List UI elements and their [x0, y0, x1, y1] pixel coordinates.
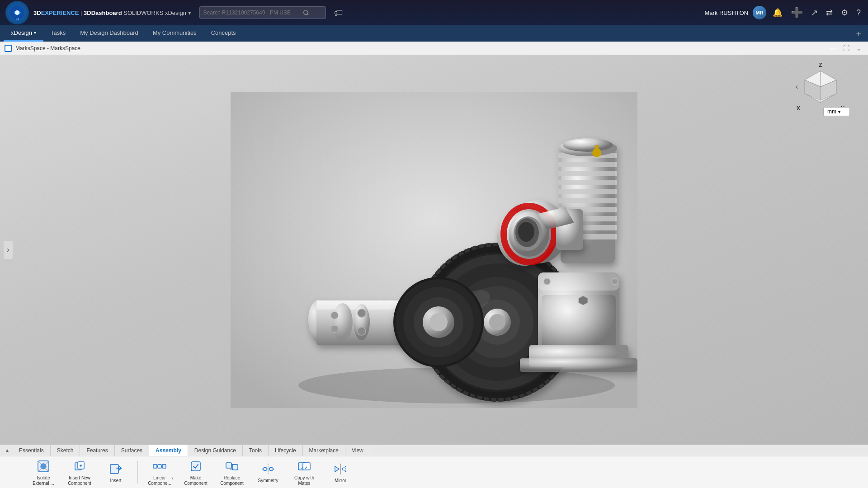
- linear-component-icon: [151, 458, 168, 474]
- svg-point-16: [358, 327, 366, 335]
- tool-label-insert-new-component: Insert New Component: [64, 475, 95, 486]
- svg-point-37: [544, 278, 550, 285]
- svg-point-33: [429, 313, 448, 331]
- svg-point-77: [41, 464, 46, 469]
- view-nav-left[interactable]: ‹: [796, 83, 798, 91]
- insert-icon: [108, 461, 124, 477]
- nav-item-my-communities[interactable]: My Communities: [146, 25, 204, 42]
- toolbar-tab-sketch[interactable]: Sketch: [51, 445, 80, 456]
- search-bar[interactable]: [199, 6, 326, 19]
- window-icon: [5, 45, 12, 52]
- tool-label-copy-with-mates: Copy with Mates: [289, 475, 320, 486]
- unit-value: mm: [827, 108, 836, 115]
- axis-x-label: X: [797, 105, 800, 112]
- orientation-cube-svg: [802, 69, 839, 105]
- svg-point-38: [612, 278, 618, 285]
- nav-item-my-design-dashboard[interactable]: My Design Dashboard: [73, 25, 146, 42]
- tool-replace-component[interactable]: Replace Component: [216, 456, 248, 488]
- bottom-toolbar: ▲ EssentialsSketchFeaturesSurfacesAssemb…: [0, 445, 868, 488]
- tool-insert-new-component[interactable]: Insert New Component: [63, 456, 96, 488]
- toolbar-tab-surfaces[interactable]: Surfaces: [115, 445, 149, 456]
- svg-rect-4: [5, 46, 11, 51]
- svg-text:x4: x4: [16, 18, 19, 20]
- toolbar-items: Isolate External ... Insert New Componen…: [0, 456, 868, 488]
- svg-point-56: [563, 138, 613, 152]
- svg-rect-89: [162, 465, 166, 468]
- toolbar-divider: [137, 461, 138, 483]
- svg-rect-92: [191, 462, 200, 471]
- xdesign-dropdown-arrow: ▾: [34, 30, 36, 35]
- user-avatar[interactable]: MR: [753, 6, 766, 19]
- make-component-icon: [188, 458, 204, 474]
- add-icon[interactable]: ➕: [789, 5, 805, 20]
- tool-copy-with-mates[interactable]: Copy with Mates: [288, 456, 321, 488]
- user-name: Mark RUSHTON: [704, 9, 748, 16]
- notifications-icon[interactable]: 🔔: [771, 6, 784, 19]
- nav-item-tasks[interactable]: Tasks: [43, 25, 73, 42]
- svg-rect-97: [303, 463, 310, 470]
- maximize-button[interactable]: ⛶: [842, 44, 851, 53]
- tool-linear-component[interactable]: Linear Compone...: [143, 456, 176, 488]
- mirror-icon: [332, 461, 349, 477]
- tool-label-mirror: Mirror: [335, 478, 346, 483]
- tag-icon[interactable]: 🏷: [334, 8, 343, 18]
- svg-point-65: [518, 222, 534, 242]
- help-icon[interactable]: ?: [854, 6, 863, 19]
- svg-rect-48: [558, 180, 617, 185]
- viewport-orientation: Z X Y ‹: [796, 62, 845, 112]
- user-area: Mark RUSHTON MR 🔔 ➕ ↗ ⇄ ⚙ ?: [704, 5, 863, 20]
- minimize-button[interactable]: —: [829, 44, 838, 53]
- axis-z-label: Z: [819, 62, 822, 68]
- toolbar-tab-assembly[interactable]: Assembly: [149, 445, 188, 456]
- tool-mirror[interactable]: Mirror: [324, 458, 357, 486]
- svg-marker-41: [579, 296, 588, 305]
- window-bar: MarksSpace - MarksSpace — ⛶ ⌄: [0, 42, 868, 55]
- toolbar-tab-view[interactable]: View: [345, 445, 370, 456]
- toolbar-tab-marketplace[interactable]: Marketplace: [303, 445, 345, 456]
- svg-rect-87: [153, 465, 157, 468]
- window-controls: — ⛶ ⌄: [829, 44, 863, 53]
- app-logo[interactable]: x4: [5, 1, 29, 24]
- tool-label-linear-component: Linear Compone...: [144, 475, 175, 486]
- toolbar-tabs: ▲ EssentialsSketchFeaturesSurfacesAssemb…: [0, 445, 868, 456]
- brand-text: 3DEXPERIENCE | 3DDashboard SOLIDWORKS xD…: [33, 9, 191, 16]
- top-bar: x4 3DEXPERIENCE | 3DDashboard SOLIDWORKS…: [0, 0, 868, 25]
- share-icon[interactable]: ↗: [809, 6, 820, 19]
- toolbar-tab-tools[interactable]: Tools: [243, 445, 269, 456]
- toolbar-tab-lifecycle[interactable]: Lifecycle: [269, 445, 303, 456]
- svg-point-11: [333, 303, 353, 341]
- tool-label-symmetry: Symmetry: [258, 478, 278, 483]
- svg-rect-47: [558, 171, 617, 176]
- tool-label-insert: Insert: [110, 478, 121, 483]
- tool-make-component[interactable]: Make Component: [179, 456, 212, 488]
- nav-item-concepts[interactable]: Concepts: [204, 25, 243, 42]
- svg-point-3: [303, 10, 307, 14]
- svg-rect-49: [558, 189, 617, 194]
- settings-icon[interactable]: ⚙: [839, 6, 850, 19]
- isolate-icon: [35, 458, 52, 474]
- toolbar-tab-features[interactable]: Features: [80, 445, 114, 456]
- close-button[interactable]: ⌄: [854, 44, 863, 53]
- unit-dropdown-arrow: ▾: [838, 109, 840, 114]
- svg-rect-50: [558, 198, 617, 203]
- tool-isolate-external[interactable]: Isolate External ...: [27, 456, 60, 488]
- toolbar-collapse-button[interactable]: ▲: [4, 447, 11, 454]
- window-title: MarksSpace - MarksSpace: [15, 45, 829, 52]
- add-tab-button[interactable]: ＋: [849, 25, 868, 42]
- nav-item-xdesign[interactable]: xDesign ▾: [4, 25, 43, 42]
- svg-rect-58: [595, 145, 599, 153]
- tool-label-isolate-external: Isolate External ...: [28, 475, 59, 486]
- tool-label-make-component: Make Component: [180, 475, 211, 486]
- toolbar-tab-design-guidance[interactable]: Design Guidance: [188, 445, 243, 456]
- main-viewport[interactable]: ›: [0, 55, 868, 445]
- connect-icon[interactable]: ⇄: [824, 6, 835, 19]
- tool-insert[interactable]: Insert: [99, 458, 132, 486]
- 3d-model-area[interactable]: [0, 55, 868, 445]
- tool-symmetry[interactable]: Symmetry: [252, 458, 284, 486]
- symmetry-icon: [260, 461, 276, 477]
- search-input[interactable]: [203, 9, 303, 16]
- unit-selector[interactable]: mm ▾: [823, 107, 850, 116]
- toolbar-tab-essentials[interactable]: Essentials: [13, 445, 51, 456]
- svg-rect-93: [226, 463, 231, 468]
- svg-point-1: [15, 10, 19, 15]
